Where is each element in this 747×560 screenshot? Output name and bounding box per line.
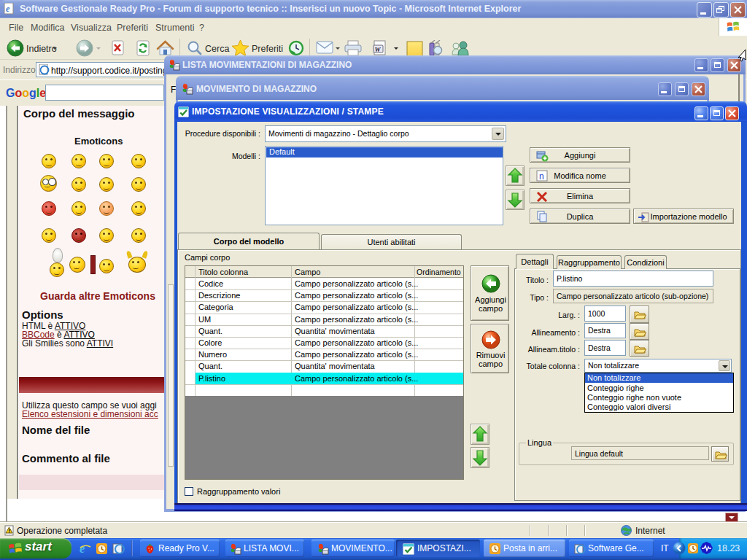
svg-text:e: e (80, 542, 85, 555)
svg-text:n: n (539, 171, 544, 182)
svg-text:W: W (375, 46, 382, 53)
svg-text:e: e (6, 4, 10, 14)
